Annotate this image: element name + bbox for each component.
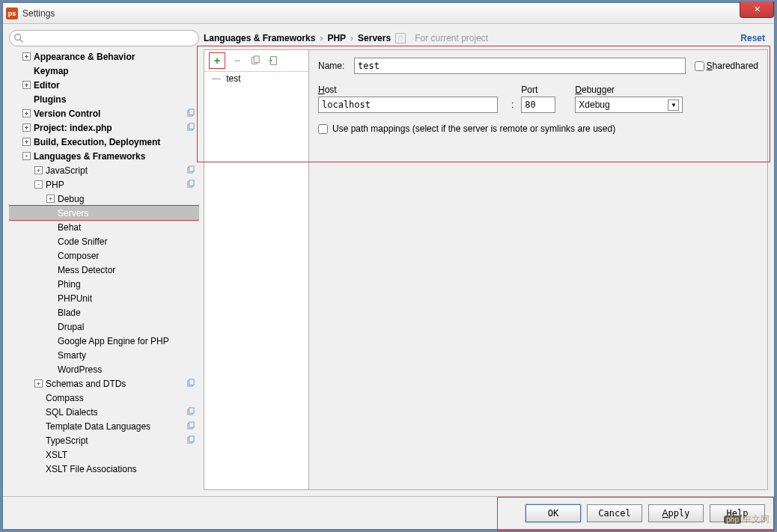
expand-toggle-icon[interactable]: + [22,138,31,146]
titlebar[interactable]: ps Settings [3,3,774,24]
expand-toggle-icon[interactable]: - [22,152,31,160]
debugger-label: Debugger [575,85,683,95]
name-input[interactable] [354,58,686,74]
servers-list-body[interactable]: — test [204,71,308,489]
expand-toggle-icon[interactable]: - [34,180,43,189]
search-input[interactable] [9,30,199,46]
tree-item-label: Compass [46,393,84,403]
svg-rect-7 [189,166,194,171]
tree-item-label: Servers [58,208,88,218]
right-panel: Languages & Frameworks › PHP › Servers □… [204,30,768,490]
shared-checkbox-wrapper: Sharedhared [695,61,758,71]
tree-item-drupal[interactable]: Drupal [9,319,199,334]
tree-item-label: XSLT [46,450,67,460]
port-input[interactable] [521,97,555,113]
tree-item-php[interactable]: -PHP [9,177,199,192]
tree-item-label: SQL Dialects [46,407,98,418]
host-label: Host [318,85,504,95]
settings-window: ps Settings +Appearance & BehaviorKeymap… [2,2,775,530]
reset-link[interactable]: Reset [740,33,765,43]
tree-item-phing[interactable]: Phing [9,277,199,291]
tree-item-xslt-file-associations[interactable]: XSLT File Associations [9,462,199,476]
shared-label: Sharedhared [707,61,758,71]
remove-server-button[interactable]: − [231,55,243,67]
tree-item-schemas-and-dtds[interactable]: +Schemas and DTDs [9,376,199,391]
tree-item-label: PHP [46,180,64,190]
path-mappings-checkbox[interactable] [318,124,328,134]
tree-item-phpunit[interactable]: PHPUnit [9,291,199,305]
shared-checkbox[interactable] [695,61,704,71]
tree-item-xslt[interactable]: XSLT [9,447,199,462]
dialog-footer: OK Cancel Apply Help php 中文网 [3,496,774,529]
tree-item-project-index-php[interactable]: +Project: index.php [9,120,199,135]
project-scope-icon [186,165,195,175]
breadcrumb-item[interactable]: PHP [327,33,346,43]
host-input[interactable] [318,97,498,113]
tree-item-label: XSLT File Associations [46,464,137,474]
server-list-item[interactable]: — test [204,72,308,85]
tree-item-template-data-languages[interactable]: Template Data Languages [9,419,199,433]
import-server-button[interactable] [267,55,279,67]
svg-rect-19 [254,56,259,63]
tree-item-compass[interactable]: Compass [9,391,199,405]
breadcrumb-item[interactable]: Languages & Frameworks [204,33,315,43]
close-button[interactable] [740,1,774,18]
tree-item-keymap[interactable]: Keymap [9,64,199,78]
tree-item-typescript[interactable]: TypeScript [9,433,199,447]
expand-toggle-icon[interactable]: + [22,81,31,89]
svg-rect-15 [189,422,194,427]
add-server-button[interactable]: + [211,55,223,67]
colon-column: : [504,88,521,110]
apply-button[interactable]: Apply [648,504,704,522]
expand-toggle-icon[interactable]: + [22,52,31,61]
debugger-column: Debugger Xdebug ▼ [575,85,683,113]
breadcrumb-item: Servers [358,33,391,43]
tree-item-plugins[interactable]: Plugins [9,92,199,106]
tree-item-javascript[interactable]: +JavaScript [9,163,199,177]
tree-item-servers[interactable]: Servers [9,206,199,220]
expand-toggle-icon[interactable]: + [46,195,55,203]
tree-item-composer[interactable]: Composer [9,248,199,263]
tree-item-behat[interactable]: Behat [9,220,199,234]
tree-item-wordpress[interactable]: WordPress [9,362,199,376]
tree-item-editor[interactable]: +Editor [9,78,199,92]
host-port-separator: : [504,100,521,110]
tree-item-code-sniffer[interactable]: Code Sniffer [9,234,199,248]
settings-tree[interactable]: +Appearance & BehaviorKeymap+EditorPlugi… [9,49,199,490]
tree-item-build-execution-deployment[interactable]: +Build, Execution, Deployment [9,135,199,149]
ok-button[interactable]: OK [525,504,581,522]
debugger-select[interactable]: Xdebug ▼ [575,97,683,113]
cancel-button[interactable]: Cancel [587,504,642,522]
tree-item-smarty[interactable]: Smarty [9,348,199,362]
servers-list: + − — test [204,50,309,489]
tree-item-label: Editor [34,80,60,91]
tree-item-mess-detector[interactable]: Mess Detector [9,263,199,277]
help-button[interactable]: Help [710,504,765,522]
search-icon [13,33,24,46]
svg-rect-5 [189,123,194,129]
tree-line-icon: — [212,73,221,84]
content-area: +Appearance & BehaviorKeymap+EditorPlugi… [3,24,774,496]
tree-item-appearance-behavior[interactable]: +Appearance & Behavior [9,49,199,64]
expand-toggle-icon[interactable]: + [22,109,31,117]
tree-item-label: Appearance & Behavior [34,52,135,62]
project-scope-icon [186,180,195,189]
search-wrapper [9,30,199,46]
tree-item-languages-frameworks[interactable]: -Languages & Frameworks [9,149,199,163]
tree-item-google-app-engine-for-php[interactable]: Google App Engine for PHP [9,334,199,348]
tree-item-sql-dialects[interactable]: SQL Dialects [9,405,199,419]
tree-item-blade[interactable]: Blade [9,305,199,319]
path-mappings-row: Use path mappings (select if the server … [318,123,758,134]
copy-server-button[interactable] [249,55,261,67]
expand-toggle-icon[interactable]: + [34,166,43,174]
tree-item-label: Build, Execution, Deployment [34,137,160,147]
expand-toggle-icon[interactable]: + [22,123,31,132]
tree-item-label: Template Data Languages [46,421,150,432]
expand-toggle-icon[interactable]: + [34,379,43,388]
tree-item-label: Schemas and DTDs [46,379,126,389]
svg-rect-11 [189,379,194,385]
tree-item-label: JavaScript [46,165,88,176]
tree-item-version-control[interactable]: +Version Control [9,106,199,120]
project-scope-icon [186,379,195,388]
tree-item-debug[interactable]: +Debug [9,192,199,206]
